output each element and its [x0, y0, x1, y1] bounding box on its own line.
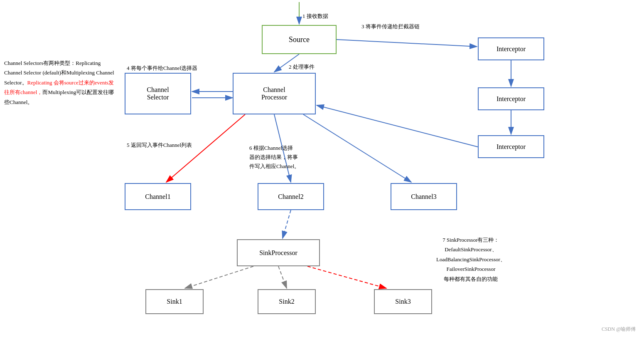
- channel1-box: Channel1: [125, 183, 191, 210]
- svg-line-19: [307, 266, 386, 288]
- sink1-box: Sink1: [145, 289, 204, 314]
- watermark: CSDN @喻师傅: [602, 326, 636, 333]
- channel-selector-label: ChannelSelector: [147, 86, 169, 101]
- svg-line-17: [185, 266, 253, 288]
- interceptor1-box: Interceptor: [478, 37, 544, 60]
- label-2: 2 处理事件: [289, 63, 315, 71]
- sidebar-description: Channel Selectors有两种类型：Replicating Chann…: [4, 58, 116, 107]
- sink-processor-label: SinkProcessor: [259, 249, 297, 257]
- svg-line-15: [303, 114, 411, 182]
- label-5: 5 返回写入事件Channel列表: [127, 141, 192, 149]
- channel2-label: Channel2: [278, 193, 303, 201]
- label-4: 4 将每个事件给Channel选择器: [127, 64, 197, 72]
- channel1-label: Channel1: [145, 193, 170, 201]
- svg-line-12: [317, 105, 478, 147]
- svg-line-18: [278, 266, 287, 288]
- sidebar-text-content: Channel Selectors有两种类型：Replicating Chann…: [4, 60, 114, 105]
- source-label: Source: [289, 35, 310, 44]
- label-7: 7 SinkProcessor有三种：DefaultSinkProcessor、…: [436, 235, 506, 284]
- channel-processor-box: ChannelProcessor: [233, 73, 316, 114]
- interceptor3-label: Interceptor: [497, 143, 526, 151]
- sink2-box: Sink2: [258, 289, 316, 314]
- interceptor2-label: Interceptor: [497, 95, 526, 103]
- svg-line-16: [283, 210, 291, 238]
- diagram-container: Channel Selectors有两种类型：Replicating Chann…: [0, 0, 644, 337]
- sink2-label: Sink2: [279, 298, 294, 305]
- channel3-label: Channel3: [411, 193, 436, 201]
- sink3-box: Sink3: [374, 289, 432, 314]
- interceptor2-box: Interceptor: [478, 87, 544, 110]
- channel-processor-label: ChannelProcessor: [261, 86, 287, 101]
- source-box: Source: [262, 25, 337, 54]
- interceptor3-box: Interceptor: [478, 135, 544, 158]
- interceptor1-label: Interceptor: [497, 45, 526, 53]
- svg-line-9: [337, 40, 477, 47]
- label-6: 6 根据Channel选择器的选择结果，将事件写入相应Channel。: [249, 144, 300, 171]
- label-1: 1 接收数据: [302, 12, 328, 20]
- sink3-label: Sink3: [395, 298, 410, 305]
- label-3: 3 将事件传递给拦截器链: [361, 23, 420, 30]
- sink1-label: Sink1: [167, 298, 182, 305]
- channel3-box: Channel3: [391, 183, 457, 210]
- sink-processor-box: SinkProcessor: [237, 239, 320, 266]
- channel2-box: Channel2: [258, 183, 324, 210]
- channel-selector-box: ChannelSelector: [125, 73, 191, 114]
